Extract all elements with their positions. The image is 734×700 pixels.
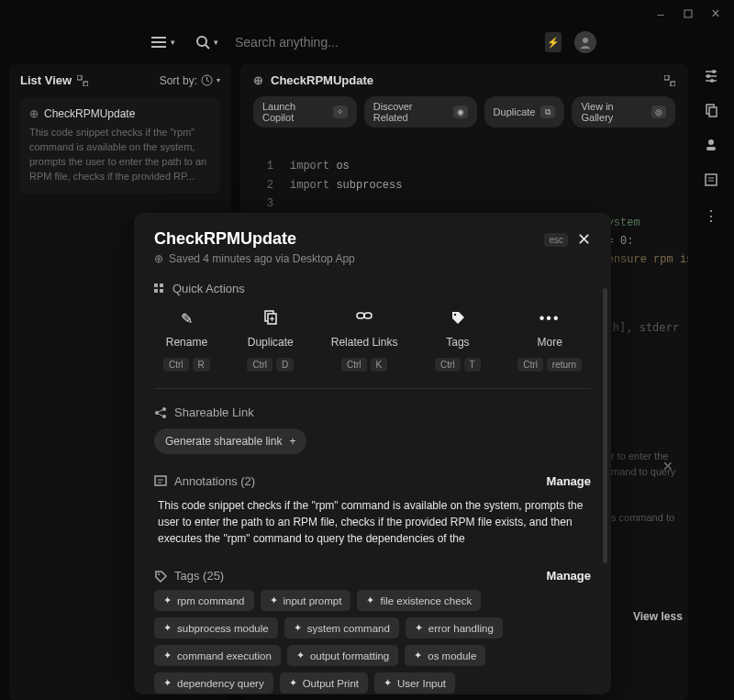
- tag-chip[interactable]: ✦rpm command: [154, 590, 254, 611]
- sparkle-icon: ✦: [163, 677, 172, 689]
- rename-action[interactable]: ✎ Rename CtrlR: [163, 310, 210, 372]
- view-less-button[interactable]: View less: [633, 610, 683, 623]
- svg-rect-28: [160, 283, 163, 287]
- tag-chip[interactable]: ✦os module: [405, 645, 485, 666]
- tags-action[interactable]: Tags CtrlT: [435, 310, 481, 372]
- card-description: This code snippet checks if the "rpm" co…: [29, 126, 211, 184]
- tag-chip[interactable]: ✦output formatting: [287, 645, 398, 666]
- tag-icon: [450, 310, 465, 328]
- svg-rect-36: [364, 313, 372, 318]
- close-icon[interactable]: ✕: [577, 229, 591, 250]
- svg-rect-8: [83, 82, 88, 86]
- sparkle-icon: ✦: [163, 622, 172, 634]
- snippet-card[interactable]: ⊕ CheckRPMUpdate This code snippet check…: [20, 98, 220, 194]
- svg-line-42: [159, 414, 163, 417]
- person-icon[interactable]: [704, 138, 718, 152]
- svg-point-6: [583, 38, 588, 43]
- svg-line-11: [207, 81, 210, 83]
- modal-title: CheckRPMUpdate: [154, 229, 355, 249]
- svg-rect-12: [664, 75, 669, 80]
- sparkle-icon: ✦: [384, 677, 392, 689]
- expand-icon[interactable]: [77, 75, 88, 86]
- sparkle-icon: ✦: [415, 622, 423, 634]
- copilot-icon: ✧: [333, 106, 348, 118]
- svg-point-15: [712, 70, 716, 73]
- sort-control[interactable]: Sort by: ▾: [160, 74, 220, 87]
- tag-chip[interactable]: ✦Output Print: [280, 672, 368, 694]
- modal-saved: ⊕ Saved 4 minutes ago via Desktop App: [154, 252, 355, 265]
- right-rail: ⋮: [697, 64, 725, 700]
- svg-rect-13: [671, 82, 675, 86]
- sparkle-icon: ✦: [296, 650, 305, 661]
- manage-annotations[interactable]: Manage: [547, 474, 591, 488]
- more-icon[interactable]: ⋮: [704, 207, 718, 225]
- related-links-action[interactable]: Related Links CtrlK: [331, 310, 398, 372]
- search-button[interactable]: ▾: [192, 31, 222, 53]
- window-close[interactable]: ×: [710, 8, 721, 19]
- quick-actions-header: Quick Actions: [154, 282, 591, 295]
- tag-chip[interactable]: ✦system command: [284, 617, 399, 639]
- svg-point-4: [197, 37, 206, 46]
- avatar[interactable]: [574, 31, 596, 53]
- esc-badge: esc: [544, 233, 568, 247]
- svg-rect-27: [154, 283, 158, 287]
- annotation-icon: [154, 475, 167, 488]
- window-maximize[interactable]: [683, 8, 694, 19]
- sparkle-icon: ✦: [414, 650, 422, 661]
- tag-chip[interactable]: ✦User Input: [374, 672, 455, 694]
- window-minimize[interactable]: –: [655, 8, 666, 19]
- svg-rect-24: [706, 174, 717, 185]
- generate-link-button[interactable]: Generate shareable link +: [154, 428, 306, 454]
- svg-point-22: [708, 139, 714, 145]
- sparkle-icon: ✦: [294, 622, 302, 634]
- discover-related-button[interactable]: Discover Related◉: [364, 96, 477, 128]
- search-input[interactable]: [235, 35, 532, 50]
- gallery-icon: ◎: [651, 106, 666, 118]
- note-icon[interactable]: [704, 172, 718, 187]
- launch-copilot-button[interactable]: Launch Copilot✧: [253, 96, 357, 128]
- tag-icon: [154, 570, 167, 583]
- expand-icon[interactable]: [664, 75, 675, 86]
- tag-chip[interactable]: ✦command execution: [154, 645, 281, 666]
- topbar: ▾ ▾ ⚡: [0, 28, 734, 64]
- pencil-icon: ✎: [181, 310, 193, 328]
- link-icon: [356, 310, 373, 328]
- list-title: List View: [20, 73, 72, 87]
- modal-scrollbar[interactable]: [603, 288, 607, 563]
- svg-point-46: [158, 573, 160, 575]
- sparkle-icon: ✦: [270, 594, 278, 606]
- tag-chip[interactable]: ✦error handling: [406, 617, 503, 639]
- svg-rect-0: [684, 10, 692, 17]
- svg-rect-30: [160, 289, 163, 293]
- more-action[interactable]: ••• More Ctrlreturn: [517, 310, 582, 372]
- tag-chip[interactable]: ✦subprocess module: [154, 617, 278, 639]
- card-title: CheckRPMUpdate: [44, 107, 135, 120]
- share-icon: [154, 406, 167, 419]
- tag-chip[interactable]: ✦input prompt: [261, 590, 351, 611]
- sliders-icon[interactable]: [704, 68, 718, 83]
- svg-line-41: [159, 409, 163, 412]
- menu-button[interactable]: ▾: [147, 32, 179, 52]
- copy-icon[interactable]: [704, 103, 718, 117]
- python-icon: ⊕: [29, 107, 39, 120]
- sparkle-icon: ✦: [366, 594, 374, 606]
- svg-line-5: [206, 45, 209, 49]
- svg-rect-43: [155, 476, 166, 485]
- duplicate-button[interactable]: Duplicate⧉: [484, 96, 565, 128]
- editor-title: CheckRPMUpdate: [271, 73, 373, 87]
- duplicate-action[interactable]: Duplicate CtrlD: [247, 310, 294, 372]
- sparkle-icon: ✦: [289, 677, 297, 689]
- tag-chip[interactable]: ✦dependency query: [154, 672, 273, 694]
- shareable-link-header: Shareable Link: [154, 406, 591, 419]
- svg-point-19: [710, 79, 714, 83]
- annotations-label: Annotations (2): [174, 474, 255, 488]
- manage-tags[interactable]: Manage: [547, 569, 591, 583]
- svg-rect-29: [154, 289, 158, 293]
- more-icon: •••: [539, 310, 561, 328]
- bolt-badge[interactable]: ⚡: [545, 32, 562, 52]
- eye-icon: ◉: [453, 106, 468, 118]
- tags-label: Tags (25): [174, 569, 224, 583]
- view-gallery-button[interactable]: View in Gallery◎: [572, 96, 675, 128]
- tag-chip[interactable]: ✦file existence check: [357, 590, 481, 611]
- svg-rect-35: [357, 313, 364, 318]
